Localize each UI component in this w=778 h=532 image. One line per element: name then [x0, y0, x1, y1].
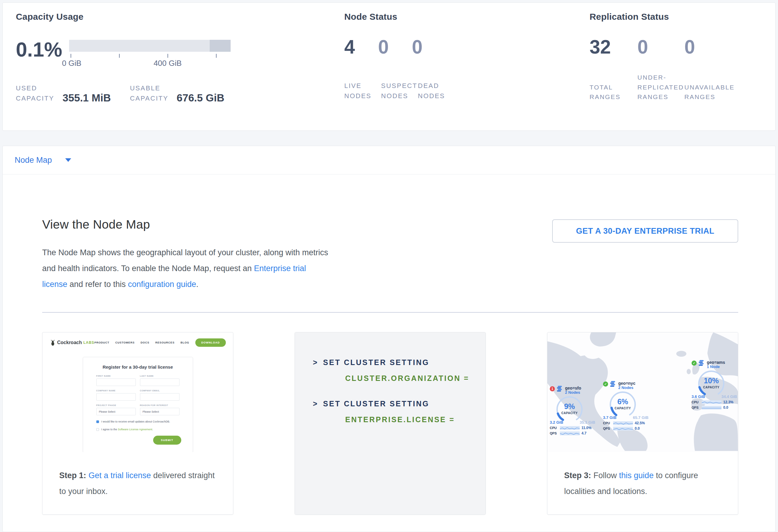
used-capacity-label: USED CAPACITY: [16, 83, 55, 103]
cockroach-bug-icon: [50, 339, 55, 346]
field-label: PROJECT PHASE: [96, 404, 136, 406]
total-ranges-label: TOTAL RANGES: [590, 83, 635, 102]
cockroach-labs-logo: Cockroach LABS: [50, 339, 94, 346]
sql-prompt: >: [313, 358, 318, 367]
unavailable-ranges-value: 0: [684, 37, 775, 57]
get-trial-license-link[interactable]: Get a trial license: [88, 471, 151, 480]
nodemap-description: The Node Map shows the geographical layo…: [42, 245, 329, 292]
node-map-view-selector[interactable]: Node Map: [3, 146, 775, 174]
under-replicated-ranges-value: 0: [637, 37, 684, 57]
step2-caption: Step 2:Activate the trial license with t…: [295, 514, 485, 515]
used-capacity-value: 355.1 MiB: [63, 92, 111, 103]
description-text: and refer to this: [67, 280, 128, 289]
node-map-selector-label[interactable]: Node Map: [15, 156, 52, 165]
cpu-sparkline: [613, 421, 633, 425]
qps-sparkline: [702, 406, 721, 409]
step2-card: >SET CLUSTER SETTING CLUSTER.ORGANIZATIO…: [295, 332, 486, 515]
sql-command: SET CLUSTER SETTING: [323, 358, 429, 367]
text-input: [96, 379, 136, 386]
nav-item: BLOG: [180, 341, 189, 344]
qps-value: 0.0: [723, 405, 728, 409]
text-input: [140, 393, 179, 401]
page-title: View the Node Map: [42, 218, 329, 232]
text-input: [96, 393, 136, 401]
caption-text: Follow: [594, 471, 619, 480]
sql-prompt: >: [313, 399, 318, 408]
trial-license-form: Register for a 30-day trial license FIRS…: [83, 357, 193, 452]
locality-node-count: 2 Nodes: [565, 390, 581, 395]
cpu-sparkline: [702, 400, 721, 404]
dead-nodes-label: DEAD NODES: [418, 81, 451, 101]
select-input: Please Select: [96, 408, 136, 415]
step1-caption: Step 1:Get a trial license delivered str…: [43, 452, 233, 500]
capacity-gauge: 10% CAPACITY: [698, 370, 725, 397]
capacity-label: CAPACITY: [556, 411, 583, 415]
live-nodes-value: 4: [344, 37, 378, 57]
dead-nodes-value: 0: [412, 37, 590, 57]
cpu-value: 42.5%: [635, 421, 645, 425]
cpu-label: CPU: [603, 421, 611, 425]
error-badge-icon: 1: [550, 386, 555, 391]
chevron-down-icon[interactable]: [65, 158, 71, 162]
capacity-bar: 0 GiB 400 GiB: [69, 40, 231, 68]
node-map-preview: 1 geo=sfo 2 Nodes: [547, 332, 738, 452]
check-icon: [692, 361, 697, 366]
database-icon: [698, 360, 705, 366]
cpu-label: CPU: [550, 426, 558, 430]
capacity-axis-ticks: [69, 53, 231, 58]
form-title: Register for a 30-day trial license: [96, 365, 179, 370]
database-icon: [557, 386, 563, 392]
database-icon: [610, 381, 617, 387]
cpu-sparkline: [560, 426, 580, 430]
capacity-percent: 6%: [609, 397, 636, 406]
usable-capacity-value: 676.5 GiB: [176, 92, 224, 103]
usable-capacity-label: USABLE CAPACITY: [130, 83, 169, 103]
register-page-screenshot: Cockroach LABS PRODUCT CUSTOMERS DOCS RE…: [43, 332, 233, 452]
submit-pill: SUBMIT: [153, 436, 181, 445]
capacity-usage-title: Capacity Usage: [16, 12, 344, 22]
suspect-nodes-label: SUSPECT NODES: [381, 81, 414, 101]
axis-tick-label: 400 GiB: [153, 59, 181, 68]
this-guide-link[interactable]: this guide: [619, 471, 654, 480]
checkbox-label: I would like to receive email updates ab…: [101, 420, 170, 423]
logo-suffix-text: LABS: [83, 340, 94, 345]
node-status-title: Node Status: [344, 12, 590, 22]
qps-label: QPS: [603, 427, 611, 430]
under-replicated-ranges-label: UNDER-REPLICATED RANGES: [637, 73, 683, 102]
section-divider: [42, 312, 738, 313]
node-status-section: Node Status 4 0 0 LIVE NODES SUSPECT NOD…: [344, 12, 590, 131]
capacity-percent: 9%: [556, 402, 583, 411]
select-input: Please Select: [140, 408, 179, 415]
step1-card: Cockroach LABS PRODUCT CUSTOMERS DOCS RE…: [42, 332, 233, 515]
field-label: FIRST NAME: [96, 375, 136, 377]
live-nodes-label: LIVE NODES: [344, 81, 378, 101]
text-input: [140, 379, 179, 386]
replication-status-title: Replication Status: [590, 12, 775, 22]
enterprise-trial-button[interactable]: GET A 30-DAY ENTERPRISE TRIAL: [552, 219, 738, 243]
qps-value: 0.0: [635, 427, 640, 431]
configuration-guide-link[interactable]: configuration guide: [128, 280, 196, 289]
qps-label: QPS: [550, 432, 558, 435]
nav-item: RESOURCES: [155, 341, 174, 344]
axis-tick-label: 0 GiB: [62, 59, 81, 68]
capacity-percent: 0.1%: [16, 39, 69, 68]
nav-item: CUSTOMERS: [115, 341, 135, 344]
check-icon: [603, 381, 608, 387]
qps-sparkline: [613, 427, 633, 431]
capacity-gauge: 9% CAPACITY: [556, 395, 583, 423]
capacity-usage-section: Capacity Usage 0.1% 0 GiB 400 GiB USED C…: [16, 12, 344, 131]
locality-widget-ams: geo=ams 1 Node 10% CAPACITY: [692, 360, 738, 409]
locality-node-count: 2 Nodes: [618, 386, 635, 390]
description-text: .: [196, 280, 199, 289]
qps-label: QPS: [692, 406, 700, 409]
nodemap-intro: View the Node Map The Node Map shows the…: [42, 218, 329, 292]
qps-sparkline: [560, 432, 580, 435]
checkbox-empty-icon: [96, 428, 99, 431]
capacity-label: CAPACITY: [698, 386, 725, 389]
locality-widget-sfo: 1 geo=sfo 2 Nodes: [550, 386, 599, 435]
sql-commands-illustration: >SET CLUSTER SETTING CLUSTER.ORGANIZATIO…: [295, 332, 485, 514]
checkbox-checked-icon: [96, 421, 99, 423]
total-ranges-value: 32: [590, 37, 637, 57]
step3-card: 1 geo=sfo 2 Nodes: [547, 332, 738, 515]
software-license-link: Software License Agreement.: [118, 428, 153, 431]
